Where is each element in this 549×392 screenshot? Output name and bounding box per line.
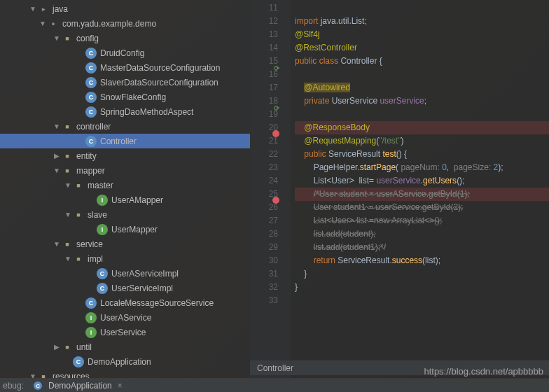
tree-label: controller: [76, 122, 111, 132]
code-line[interactable]: User student1 = userService.getById(2);: [295, 201, 549, 214]
tree-item[interactable]: ▼■mapper: [0, 163, 250, 178]
dir-icon: ■: [62, 165, 73, 176]
code-line[interactable]: /*User student = userAService.getById(1)…: [295, 188, 549, 201]
code-line[interactable]: list.add(student);: [295, 227, 549, 241]
close-icon[interactable]: ×: [118, 381, 123, 391]
expand-arrow[interactable]: ▼: [52, 240, 62, 248]
class-icon: C: [34, 382, 42, 390]
tree-label: UserAService: [100, 313, 151, 323]
code-line[interactable]: @Slf4j: [295, 28, 549, 41]
expand-arrow[interactable]: ▼: [63, 211, 73, 218]
i-icon: I: [85, 327, 97, 338]
dir-icon: ■: [62, 121, 73, 132]
breakpoint-icon[interactable]: [272, 130, 279, 137]
tree-item[interactable]: CDruidConfig: [0, 46, 250, 60]
tree-item[interactable]: CController: [0, 134, 250, 148]
tree-item[interactable]: ▼■master: [0, 178, 250, 192]
c-icon: C: [85, 92, 97, 103]
breakpoint-icon[interactable]: [272, 197, 279, 204]
gutter-action-icon[interactable]: ⟳: [270, 62, 279, 71]
tree-item[interactable]: ▼■service: [0, 237, 250, 251]
code-line[interactable]: private UserService userService;: [295, 94, 549, 108]
expand-arrow[interactable]: ▼: [52, 34, 62, 42]
expand-arrow[interactable]: ▼: [63, 181, 73, 189]
c-icon: C: [85, 62, 97, 74]
tree-item[interactable]: ▼■impl: [0, 251, 250, 266]
expand-arrow[interactable]: ▼: [52, 122, 62, 130]
tree-item[interactable]: CDemoApplication: [0, 354, 250, 369]
code-line[interactable]: return ServiceResult.success(list);: [295, 254, 549, 267]
code-line[interactable]: public ServiceResult test() {: [295, 148, 549, 161]
code-line[interactable]: @Autowired: [295, 81, 549, 94]
code-line[interactable]: [295, 294, 549, 307]
expand-arrow[interactable]: ▼: [28, 5, 38, 13]
debug-label: ebug:: [3, 381, 24, 391]
tree-item[interactable]: ▼■slave: [0, 207, 250, 222]
c-icon: C: [85, 48, 97, 59]
code-line[interactable]: [295, 108, 549, 121]
gutter-action-icon[interactable]: ⟳: [270, 102, 279, 111]
code-area[interactable]: import java.util.List;@Slf4j@RestControl…: [291, 0, 549, 307]
tree-label: LocaleMessageSourceService: [100, 298, 214, 308]
tree-item[interactable]: ▼●com.yadu.example.demo: [0, 16, 250, 31]
tree-item[interactable]: CSnowFlakeConfig: [0, 90, 250, 104]
tree-item[interactable]: CSlaverDataSourceConfiguration: [0, 75, 250, 90]
code-line[interactable]: @ResponseBody: [295, 121, 549, 134]
tree-item[interactable]: ▼■config: [0, 31, 250, 46]
tree-label: master: [88, 181, 113, 190]
dir-icon: ■: [73, 253, 84, 265]
code-line[interactable]: import java.util.List;: [295, 15, 549, 28]
tree-item[interactable]: IUserAService: [0, 310, 250, 325]
dir-icon: ■: [62, 342, 73, 353]
expand-arrow[interactable]: ▼: [38, 20, 48, 27]
tree-label: UserMapper: [111, 225, 158, 234]
editor-gutter: 1112131415161718192021222324252627282930…: [250, 0, 291, 378]
tree-label: UserServiceImpl: [111, 284, 173, 293]
expand-arrow[interactable]: ▶: [52, 343, 62, 351]
i-icon: I: [97, 224, 108, 235]
expand-arrow[interactable]: ▼: [63, 255, 73, 262]
tree-item[interactable]: IUserService: [0, 325, 250, 340]
tree-item[interactable]: CMasterDataSourceConfiguration: [0, 60, 250, 75]
tab-label: DemoApplication: [48, 381, 112, 391]
code-line[interactable]: List<User> list= userService.getUsers();: [295, 174, 549, 188]
tree-item[interactable]: CUserServiceImpl: [0, 281, 250, 295]
expand-arrow[interactable]: ▼: [28, 372, 38, 378]
code-line[interactable]: @RequestMapping("/test"): [295, 134, 549, 148]
tree-item[interactable]: ▶■until: [0, 340, 250, 354]
tree-item[interactable]: CSpringDaoMethodAspect: [0, 104, 250, 119]
code-line[interactable]: List<User> list =new ArrayList<>();: [295, 214, 549, 227]
code-line[interactable]: @RestController: [295, 41, 549, 55]
tree-label: DruidConfig: [100, 48, 144, 58]
code-line[interactable]: PageHelper.startPage( pageNum: 0, pageSi…: [295, 161, 549, 174]
expand-arrow[interactable]: ▼: [52, 167, 62, 174]
code-line[interactable]: [295, 1, 549, 15]
code-editor[interactable]: 1112131415161718192021222324252627282930…: [250, 0, 549, 378]
dir-icon: ■: [73, 209, 84, 220]
tree-label: entity: [76, 151, 97, 161]
code-line[interactable]: }: [295, 267, 549, 281]
tree-item[interactable]: ▶■entity: [0, 148, 250, 163]
tree-label: SnowFlakeConfig: [100, 92, 166, 102]
c-icon: C: [85, 77, 97, 88]
tree-item[interactable]: CLocaleMessageSourceService: [0, 295, 250, 310]
code-line[interactable]: }: [295, 281, 549, 294]
code-line[interactable]: [295, 68, 549, 81]
code-line[interactable]: public class Controller {: [295, 55, 549, 68]
dir-icon: ■: [62, 150, 73, 162]
run-tab[interactable]: C DemoApplication ×: [29, 381, 127, 391]
tree-item[interactable]: IUserAMapper: [0, 192, 250, 207]
code-line[interactable]: list.add(student1);*/: [295, 241, 549, 254]
tree-label: com.yadu.example.demo: [62, 19, 156, 29]
tree-item[interactable]: ▼▸java: [0, 1, 250, 16]
expand-arrow[interactable]: ▶: [52, 152, 62, 160]
tree-item[interactable]: CUserAServiceImpl: [0, 266, 250, 281]
tree-label: slave: [88, 210, 107, 220]
project-tree[interactable]: ▼▸java▼●com.yadu.example.demo▼■configCDr…: [0, 0, 250, 378]
dir-icon: ■: [38, 371, 49, 379]
tree-item[interactable]: IUserMapper: [0, 222, 250, 237]
tree-item[interactable]: ▼■controller: [0, 119, 250, 134]
tree-label: Controller: [100, 136, 137, 146]
tree-label: UserAServiceImpl: [111, 269, 179, 279]
tree-item[interactable]: ▼■resources: [0, 369, 250, 378]
